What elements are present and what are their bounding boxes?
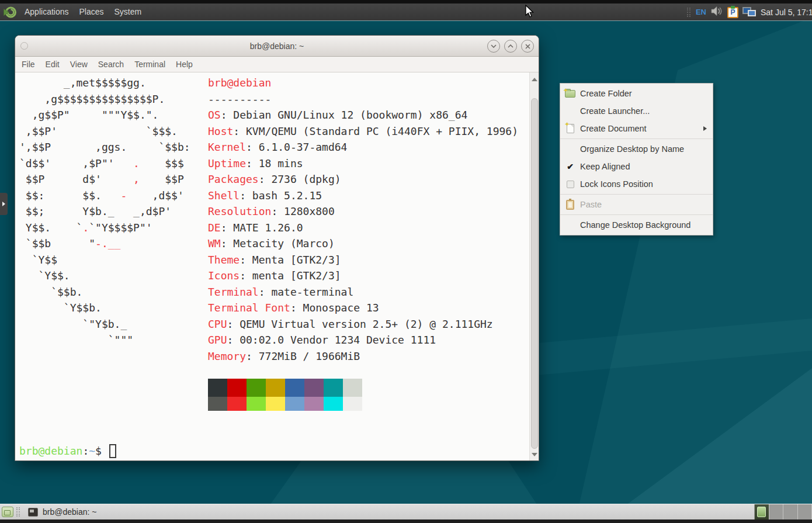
mouse-cursor — [525, 5, 536, 19]
show-desktop-button[interactable] — [0, 504, 15, 520]
menu-separator — [560, 194, 713, 195]
volume-icon[interactable] — [710, 5, 723, 19]
desktop[interactable]: Applications Places System EN P — [0, 0, 812, 523]
menu-search[interactable]: Search — [93, 60, 129, 69]
neofetch-system-info: brb@debian----------OS: Debian GNU/Linux… — [208, 75, 518, 364]
menu-file[interactable]: File — [16, 60, 40, 69]
checkbox-unchecked-icon — [560, 181, 580, 188]
checkmark-icon: ✔ — [560, 162, 580, 171]
submenu-arrow-icon — [703, 126, 707, 131]
clock[interactable]: Sat Jul 5, 17:1 — [761, 8, 812, 17]
menu-item-change-desktop-background[interactable]: Change Desktop Background — [560, 216, 713, 234]
menu-separator — [560, 214, 713, 215]
menu-view[interactable]: View — [65, 60, 93, 69]
document-new-icon: ✦ — [560, 124, 580, 133]
scrollbar-thumb[interactable] — [531, 98, 538, 449]
menu-item-label: Keep Aligned — [580, 162, 630, 171]
menu-item-label: Lock Icons Position — [580, 179, 653, 189]
prompt-text: brb@debian:~$ — [19, 443, 108, 459]
menu-item-keep-aligned[interactable]: ✔ Keep Aligned — [560, 158, 713, 175]
close-button[interactable] — [521, 40, 534, 53]
terminal-cursor — [109, 444, 116, 458]
menu-applications[interactable]: Applications — [19, 4, 74, 20]
scrollbar[interactable] — [529, 72, 539, 460]
terminal-window-icon — [28, 508, 38, 517]
window-controls — [487, 40, 534, 53]
window-title: brb@debian: ~ — [250, 41, 304, 51]
terminal-window: brb@debian: ~ File Edit View Search Term… — [15, 35, 539, 461]
menu-item-label: Create Document — [580, 124, 647, 133]
scroll-up-icon[interactable] — [532, 78, 537, 81]
workspace-4[interactable] — [798, 504, 812, 520]
clipboard-letter: P — [727, 8, 738, 16]
desktop-context-menu: ✦ Create Folder Create Launcher... ✦ Cre… — [560, 83, 713, 235]
workspace-switcher — [754, 504, 812, 520]
terminal-content[interactable]: _,met$$$$$gg. ,g$$$$$$$$$$$$$$$P. ,g$$P"… — [15, 72, 539, 460]
paste-icon — [560, 200, 580, 210]
terminal-color-palette-normal — [208, 379, 362, 397]
bottom-edge-strip — [0, 519, 812, 523]
keyboard-layout-indicator[interactable]: EN — [696, 8, 706, 16]
folder-new-icon: ✦ — [560, 90, 580, 98]
shell-prompt: brb@debian:~$ — [19, 443, 116, 459]
minimize-button[interactable] — [487, 40, 500, 53]
menu-item-create-folder[interactable]: ✦ Create Folder — [560, 85, 713, 102]
top-panel: Applications Places System EN P — [0, 4, 812, 20]
window-list-grip-handle[interactable] — [16, 507, 20, 517]
maximize-button[interactable] — [504, 40, 517, 53]
menu-item-label: Create Folder — [580, 89, 632, 98]
monitor-front — [748, 10, 756, 16]
menu-system[interactable]: System — [109, 4, 147, 20]
menu-terminal[interactable]: Terminal — [129, 60, 171, 69]
workspace-2[interactable] — [769, 504, 784, 520]
terminal-menubar: File Edit View Search Terminal Help — [15, 57, 539, 72]
tray-grip-handle[interactable] — [687, 8, 690, 17]
clipboard-manager-icon[interactable]: P — [727, 6, 738, 18]
neofetch-ascii-art: _,met$$$$$gg. ,g$$$$$$$$$$$$$$$P. ,g$$P"… — [19, 75, 190, 348]
menu-places[interactable]: Places — [74, 4, 109, 20]
taskbar-window-button[interactable]: brb@debian: ~ — [23, 505, 101, 519]
show-desktop-icon — [2, 507, 13, 517]
workspace-window-thumbnail — [757, 507, 766, 517]
workspace-1[interactable] — [755, 504, 769, 520]
menu-item-label: Create Launcher... — [580, 106, 650, 116]
menu-edit[interactable]: Edit — [40, 60, 65, 69]
workspace-3[interactable] — [783, 504, 798, 520]
menu-separator — [560, 138, 713, 139]
menu-item-label: Organize Desktop by Name — [580, 144, 684, 154]
menu-item-create-launcher[interactable]: Create Launcher... — [560, 102, 713, 120]
menu-item-label: Paste — [580, 200, 602, 209]
window-titlebar[interactable]: brb@debian: ~ — [15, 36, 539, 57]
chevron-right-icon — [2, 202, 5, 206]
menu-item-lock-icons-position[interactable]: Lock Icons Position — [560, 175, 713, 193]
mate-menu-icon[interactable] — [3, 6, 17, 19]
menu-item-organize-desktop[interactable]: Organize Desktop by Name — [560, 140, 713, 158]
window-menu-icon[interactable] — [20, 42, 28, 50]
panel-drawer-handle[interactable] — [0, 193, 8, 215]
display-settings-icon[interactable] — [742, 6, 757, 18]
scroll-down-icon[interactable] — [532, 453, 537, 456]
taskbar-window-label: brb@debian: ~ — [43, 507, 96, 517]
system-tray: EN P Sat Jul 5, 17:1 — [687, 4, 812, 20]
menu-item-create-document[interactable]: ✦ Create Document — [560, 120, 713, 137]
menu-help[interactable]: Help — [171, 60, 198, 69]
menu-item-paste: Paste — [560, 196, 713, 213]
menu-item-label: Change Desktop Background — [580, 220, 690, 230]
bottom-panel: brb@debian: ~ — [0, 504, 812, 519]
terminal-color-palette-bright — [208, 397, 362, 411]
